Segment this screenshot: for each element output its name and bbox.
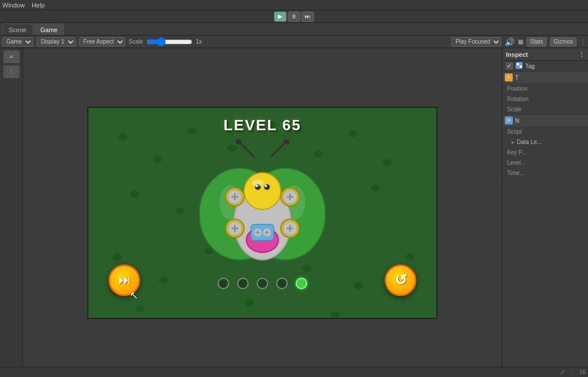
menu-window[interactable]: Window (2, 2, 25, 9)
expand-icon[interactable]: ⤢ (560, 369, 564, 375)
script-header[interactable]: N N (502, 115, 588, 126)
key-p-row: Key P... (502, 147, 588, 157)
script-label: N (515, 118, 519, 124)
inspector-gameobject-section: Tag (502, 61, 588, 72)
svg-point-42 (265, 185, 267, 187)
restart-button[interactable] (385, 265, 416, 296)
svg-line-2 (271, 142, 285, 157)
nav-dot-1[interactable] (218, 278, 229, 289)
svg-rect-46 (520, 65, 522, 68)
data-level-arrow: ▸ (507, 139, 514, 145)
inspector-title: Inspect (506, 51, 528, 58)
pause-button[interactable]: ⏸ (288, 11, 300, 22)
nav-dot-3[interactable] (257, 278, 268, 289)
nav-dot-2[interactable] (237, 278, 249, 289)
scale-value: 1x (196, 38, 202, 45)
inspector-transform-section: T T Position Rotation Scale (502, 72, 588, 115)
nav-dot-5[interactable] (296, 278, 307, 289)
data-level-row: ▸ Data Le... (502, 137, 588, 147)
level-row: Level... (502, 157, 588, 168)
active-checkbox[interactable] (506, 63, 513, 69)
level-title: LEVEL 65 (223, 116, 301, 134)
scale-label: Scale (129, 38, 143, 45)
nav-dots (218, 278, 307, 289)
game-select[interactable]: Game (2, 37, 33, 46)
svg-rect-45 (517, 63, 519, 65)
frame-count: 16 (579, 369, 586, 375)
rotation-label: Rotation (507, 96, 539, 102)
sidebar-toggle-2[interactable]: ⋮ (3, 65, 20, 78)
menu-help[interactable]: Help (32, 2, 45, 9)
game-viewport: LEVEL 65 (23, 48, 502, 377)
left-sidebar: ≡ ⋮ (0, 48, 23, 377)
gizmos-button[interactable]: Gizmos (550, 37, 577, 46)
stats-button[interactable]: Stats (527, 37, 547, 46)
cursor-icon: ↖ (130, 289, 138, 302)
more-icon[interactable]: ⋮ (569, 369, 575, 375)
svg-point-43 (252, 180, 264, 186)
svg-point-38 (244, 173, 281, 209)
options-row: Game Display 1 Free Aspect Scale 1x Play… (0, 36, 588, 48)
nav-dot-4[interactable] (276, 278, 288, 289)
inspector-header: Inspect ⋮ (502, 48, 588, 61)
scale-label-inspector: Scale (507, 106, 539, 112)
scale-row: Scale (502, 104, 588, 114)
more-options-icon[interactable]: ⋮ (580, 38, 586, 45)
tab-scene[interactable]: Scene (2, 24, 33, 35)
sidebar-toggle-1[interactable]: ≡ (3, 50, 20, 63)
scale-slider[interactable] (146, 37, 192, 46)
menu-bar: Window Help (0, 0, 588, 10)
time-row: Time... (502, 168, 588, 178)
inspector-script-section: N N Script ▸ Data Le... Key P... Level..… (502, 115, 588, 178)
transform-icon: T (505, 73, 513, 81)
position-label: Position (507, 85, 539, 92)
level-label: Level... (507, 160, 539, 166)
play-button[interactable]: ▶ (274, 11, 287, 22)
tab-game[interactable]: Game (34, 24, 64, 35)
svg-rect-44 (516, 62, 523, 69)
butterfly (199, 139, 326, 271)
position-row: Position (502, 83, 588, 94)
step-button[interactable]: ⏭ (301, 11, 314, 22)
script-row: Script (502, 126, 588, 137)
inspector-panel: Inspect ⋮ Tag T T (502, 48, 588, 377)
main-area: ≡ ⋮ LEVEL 65 (0, 48, 588, 377)
aspect-select[interactable]: Free Aspect (79, 37, 125, 46)
transform-label: T (515, 75, 519, 81)
inspector-active-row: Tag (502, 61, 588, 71)
tag-label: Tag (525, 63, 535, 69)
status-bar: ⤢ ⋮ 16 (0, 367, 588, 377)
tab-row: Scene Game (0, 23, 588, 36)
script-icon: N (505, 116, 513, 125)
svg-point-40 (264, 184, 270, 190)
inspector-more-icon[interactable]: ⋮ (579, 51, 585, 57)
gameobject-icon (515, 61, 523, 71)
rotation-row: Rotation (502, 94, 588, 104)
grid-icon[interactable]: ▦ (518, 38, 523, 45)
script-sub-label: Script (507, 129, 539, 135)
key-p-label: Key P... (507, 149, 539, 156)
unity-toolbar: ▶ ⏸ ⏭ (0, 10, 588, 23)
audio-icon[interactable]: 🔊 (505, 37, 514, 46)
time-label: Time... (507, 170, 539, 176)
display-select[interactable]: Display 1 (37, 37, 76, 46)
data-level-label: Data Le... (517, 139, 541, 145)
game-canvas: LEVEL 65 (87, 107, 438, 319)
transform-header[interactable]: T T (502, 72, 588, 83)
svg-line-0 (239, 142, 254, 157)
play-focused-select[interactable]: Play Focused (451, 37, 501, 46)
